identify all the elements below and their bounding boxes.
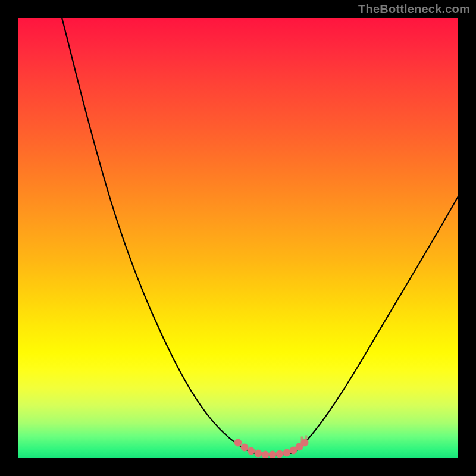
svg-point-3 — [255, 450, 262, 457]
watermark-text: TheBottleneck.com — [358, 2, 470, 16]
svg-point-4 — [262, 451, 269, 458]
svg-point-2 — [248, 447, 255, 455]
plot-area — [18, 18, 458, 458]
curve-layer — [18, 18, 458, 458]
svg-rect-11 — [301, 437, 303, 443]
curve-left-branch — [62, 18, 251, 452]
svg-point-1 — [241, 444, 248, 451]
curve-right-branch — [295, 196, 458, 452]
svg-point-0 — [234, 439, 242, 446]
svg-point-6 — [276, 450, 283, 458]
svg-point-7 — [283, 449, 290, 456]
minimum-markers — [234, 436, 308, 458]
svg-point-5 — [269, 451, 276, 458]
svg-rect-12 — [305, 436, 307, 441]
chart-stage: TheBottleneck.com — [0, 0, 476, 476]
